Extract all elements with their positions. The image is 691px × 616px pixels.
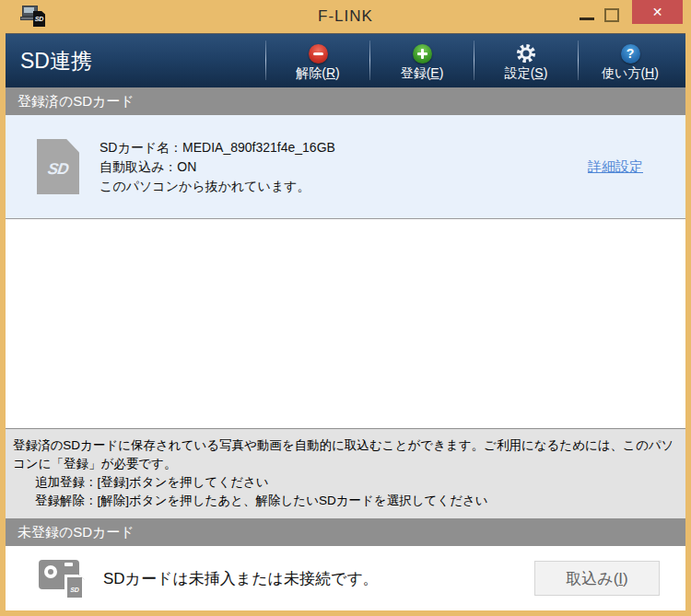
registered-section-header: 登録済のSDカード — [6, 87, 685, 115]
detail-settings-link[interactable]: 詳細設定 — [588, 158, 643, 176]
unregistered-section-header: 未登録のSDカード — [6, 518, 685, 546]
page-title: SD連携 — [20, 47, 92, 76]
settings-button[interactable]: 設定(S) — [474, 34, 578, 87]
app-window: SD F-LINK ✕ SD連携 解除(R) 登録(E) — [0, 0, 691, 616]
info-add-instruction: 追加登録：[登録]ボタンを押してください — [13, 473, 678, 492]
card-name: SDカード名：MEDIA_890f321f4e_16GB — [100, 138, 335, 157]
release-button[interactable]: 解除(R) — [266, 34, 369, 87]
card-list-empty-area — [6, 219, 685, 428]
help-button[interactable]: ? 使い方(H) — [579, 34, 682, 87]
register-button[interactable]: 登録(E) — [370, 34, 474, 87]
unregistered-message: SDカードは未挿入または未接続です。 — [103, 568, 379, 589]
registered-card-row[interactable]: SD SDカード名：MEDIA_890f321f4e_16GB 自動取込み：ON… — [6, 115, 685, 219]
question-icon: ? — [621, 44, 640, 64]
card-autoimport: 自動取込み：ON — [100, 157, 335, 177]
card-status: このパソコンから抜かれています。 — [100, 177, 335, 196]
import-button[interactable]: 取込み(I) — [534, 561, 660, 596]
close-icon: ✕ — [652, 5, 663, 19]
unregistered-row: SD SDカードは未挿入または未接続です。 取込み(I) — [6, 546, 685, 610]
info-remove-instruction: 登録解除：[解除]ボタンを押したあと、解除したいSDカードを選択してください — [13, 492, 678, 510]
card-info: SDカード名：MEDIA_890f321f4e_16GB 自動取込み：ON この… — [100, 138, 335, 196]
toolbar-buttons: 解除(R) 登録(E) 設定(S) ? — [265, 34, 682, 87]
minus-icon — [309, 44, 328, 64]
titlebar: SD F-LINK ✕ — [0, 0, 691, 33]
close-button[interactable]: ✕ — [632, 0, 683, 24]
gear-icon — [516, 43, 536, 64]
sd-card-icon: SD — [37, 139, 79, 194]
client-area: SD連携 解除(R) 登録(E) 設定(S — [6, 33, 685, 610]
plus-icon — [413, 44, 432, 64]
maximize-button[interactable] — [604, 8, 619, 22]
window-title: F-LINK — [0, 7, 691, 26]
camera-sd-icon: SD — [39, 554, 92, 602]
info-description: 登録済のSDカードに保存されている写真や動画を自動的に取込むことができます。ご利… — [13, 436, 678, 473]
info-panel: 登録済のSDカードに保存されている写真や動画を自動的に取込むことができます。ご利… — [6, 428, 685, 518]
minimize-button[interactable] — [580, 17, 594, 20]
main-toolbar: SD連携 解除(R) 登録(E) 設定(S — [6, 33, 685, 87]
